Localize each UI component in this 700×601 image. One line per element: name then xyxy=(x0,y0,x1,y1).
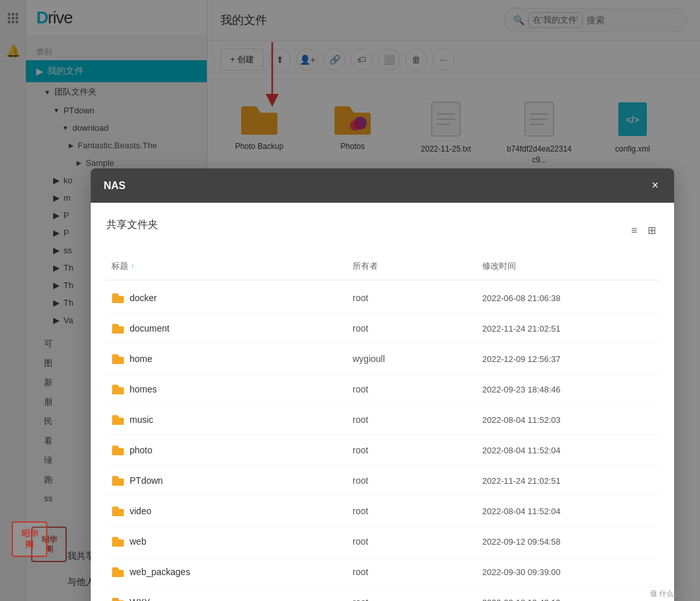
table-header: 标题 ↑ 所有者 修改时间 xyxy=(106,253,659,280)
folder-icon-video xyxy=(111,505,124,517)
folder-icon-docker xyxy=(111,292,124,304)
cell-modified-photo: 2022-08-04 11:52:04 xyxy=(477,443,659,458)
col-modified: 修改时间 xyxy=(477,258,659,275)
cell-name-home: home xyxy=(106,350,347,367)
col-owner: 所有者 xyxy=(347,258,477,275)
cell-modified-ptdown: 2022-11-24 21:02:51 xyxy=(477,473,659,488)
cell-owner-docker: root xyxy=(347,290,477,306)
watermark-stamp: 昭华 阁 xyxy=(12,521,47,557)
cell-owner-video: root xyxy=(347,503,477,519)
bottom-watermark: 值 什么值得买 xyxy=(650,589,695,598)
folder-icon-ptdown xyxy=(111,475,124,486)
modal-header: NAS × xyxy=(91,168,674,203)
cell-modified-web: 2022-09-12 09:54:58 xyxy=(477,534,659,549)
table-row[interactable]: docker root 2022-06-08 21:06:38 xyxy=(106,283,659,313)
nas-modal: NAS × 共享文件夹 ≡ ⊞ 标题 ↑ 所有者 修改时间 doc xyxy=(91,168,674,601)
cell-modified-wxy: 2022-02-18 19:42:19 xyxy=(477,595,659,602)
list-view-button[interactable]: ≡ xyxy=(629,221,640,239)
modal-body: 共享文件夹 ≡ ⊞ 标题 ↑ 所有者 修改时间 docker root xyxy=(91,203,674,601)
cell-name-photo: photo xyxy=(106,442,347,459)
table-row[interactable]: PTdown root 2022-11-24 21:02:51 xyxy=(106,466,659,496)
cell-modified-music: 2022-08-04 11:52:03 xyxy=(477,413,659,427)
cell-owner-music: root xyxy=(347,412,477,427)
cell-owner-web-packages: root xyxy=(347,564,477,580)
cell-name-docker: docker xyxy=(106,289,347,306)
table-row[interactable]: homes root 2022-09-23 18:48:46 xyxy=(106,374,659,405)
cell-owner-ptdown: root xyxy=(347,473,477,488)
cell-owner-document: root xyxy=(347,321,477,336)
cell-owner-home: wygioull xyxy=(347,351,477,367)
folder-icon-web-packages xyxy=(111,566,124,578)
table-body: docker root 2022-06-08 21:06:38 document… xyxy=(106,283,659,601)
cell-modified-web-packages: 2022-09-30 09:39:00 xyxy=(477,565,659,580)
grid-view-button[interactable]: ⊞ xyxy=(645,221,659,239)
cell-name-wxy: WXY xyxy=(106,594,347,601)
cell-modified-docker: 2022-06-08 21:06:38 xyxy=(477,291,659,306)
modal-close-button[interactable]: × xyxy=(649,179,661,192)
cell-name-document: document xyxy=(106,320,347,337)
folder-icon-home xyxy=(111,353,124,365)
cell-owner-wxy: root xyxy=(347,595,477,601)
table-row[interactable]: home wygioull 2022-12-09 12:56:37 xyxy=(106,344,659,374)
col-title: 标题 ↑ xyxy=(106,258,347,275)
cell-name-music: music xyxy=(106,411,347,428)
table-row[interactable]: web root 2022-09-12 09:54:58 xyxy=(106,527,659,557)
cell-name-web: web xyxy=(106,533,347,550)
folder-icon-web xyxy=(111,536,124,547)
folder-icon-photo xyxy=(111,444,124,456)
cell-modified-video: 2022-08-04 11:52:04 xyxy=(477,504,659,519)
folder-icon-document xyxy=(111,323,124,334)
cell-name-homes: homes xyxy=(106,381,347,398)
folder-icon-wxy xyxy=(111,596,124,601)
cell-modified-homes: 2022-09-23 18:48:46 xyxy=(477,382,659,397)
cell-owner-web: root xyxy=(347,534,477,549)
table-row[interactable]: document root 2022-11-24 21:02:51 xyxy=(106,313,659,344)
cell-name-video: video xyxy=(106,503,347,519)
table-row[interactable]: WXY root 2022-02-18 19:42:19 xyxy=(106,587,659,601)
cell-owner-photo: root xyxy=(347,442,477,458)
cell-name-ptdown: PTdown xyxy=(106,472,347,489)
cell-owner-homes: root xyxy=(347,381,477,397)
cell-name-web-packages: web_packages xyxy=(106,563,347,580)
folder-icon-homes xyxy=(111,383,124,395)
table-row[interactable]: music root 2022-08-04 11:52:03 xyxy=(106,405,659,435)
table-row[interactable]: photo root 2022-08-04 11:52:04 xyxy=(106,435,659,466)
modal-title: NAS xyxy=(104,180,126,192)
cell-modified-document: 2022-11-24 21:02:51 xyxy=(477,321,659,336)
cell-modified-home: 2022-12-09 12:56:37 xyxy=(477,352,659,367)
modal-section-title: 共享文件夹 xyxy=(106,218,158,232)
table-row[interactable]: video root 2022-08-04 11:52:04 xyxy=(106,496,659,527)
folder-icon-music xyxy=(111,414,124,425)
table-row[interactable]: web_packages root 2022-09-30 09:39:00 xyxy=(106,557,659,587)
